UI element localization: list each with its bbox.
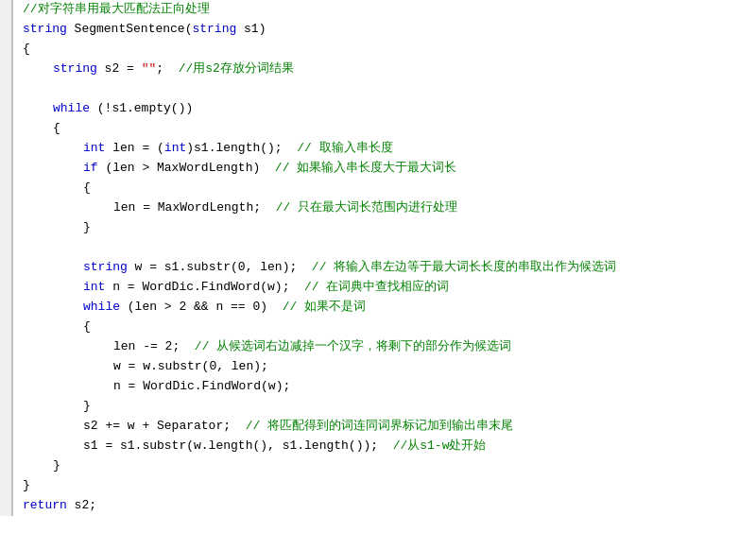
code-line: { bbox=[0, 40, 756, 60]
code-line: if (len > MaxWordLength) // 如果输入串长度大于最大词… bbox=[0, 159, 756, 179]
gutter bbox=[0, 437, 13, 456]
token: (len > MaxWordLength) bbox=[98, 161, 275, 175]
line-content: //对字符串用最大匹配法正向处理 bbox=[19, 0, 756, 19]
line-content: int n = WordDic.FindWord(w); // 在词典中查找相应… bbox=[19, 278, 756, 297]
code-line: w = w.substr(0, len); bbox=[0, 357, 756, 377]
token: "" bbox=[142, 61, 157, 76]
gutter bbox=[0, 318, 13, 337]
token: len = MaxWordLength; bbox=[113, 200, 276, 215]
token: // 如果输入串长度大于最大词长 bbox=[275, 161, 456, 175]
line-content: string s2 = ""; //用s2存放分词结果 bbox=[19, 60, 756, 78]
gutter bbox=[0, 238, 13, 258]
token: // 将输入串左边等于最大词长长度的串取出作为候选词 bbox=[312, 260, 616, 274]
code-line: while (len > 2 && n == 0) // 如果不是词 bbox=[0, 298, 756, 318]
token: n = WordDic.FindWord(w); bbox=[105, 280, 304, 294]
token: ; bbox=[156, 61, 178, 76]
line-content: string SegmentSentence(string s1) bbox=[19, 20, 756, 39]
code-editor: //对字符串用最大匹配法正向处理string SegmentSentence(s… bbox=[0, 0, 756, 533]
code-line: //对字符串用最大匹配法正向处理 bbox=[0, 0, 756, 20]
code-line: s1 = s1.substr(w.length(), s1.length());… bbox=[0, 437, 756, 456]
token: { bbox=[83, 181, 91, 195]
token: { bbox=[83, 319, 91, 334]
code-line: string SegmentSentence(string s1) bbox=[0, 20, 756, 40]
token: string bbox=[83, 260, 128, 274]
gutter bbox=[0, 357, 13, 377]
code-line: } bbox=[0, 476, 756, 496]
token: } bbox=[53, 458, 60, 473]
line-content: w = w.substr(0, len); bbox=[19, 357, 756, 376]
line-content: { bbox=[19, 40, 756, 59]
line-content: s1 = s1.substr(w.length(), s1.length());… bbox=[19, 437, 756, 456]
token: } bbox=[23, 478, 30, 492]
gutter bbox=[0, 397, 13, 417]
token: )s1.length(); bbox=[186, 141, 297, 155]
code-line: string w = s1.substr(0, len); // 将输入串左边等… bbox=[0, 258, 756, 278]
token: SegmentSentence( bbox=[67, 22, 193, 36]
line-content: n = WordDic.FindWord(w); bbox=[19, 377, 756, 396]
gutter bbox=[0, 496, 13, 516]
token: len = ( bbox=[105, 141, 163, 155]
token: (!s1.empty()) bbox=[90, 101, 193, 115]
token: // 如果不是词 bbox=[283, 300, 366, 314]
code-line: return s2; bbox=[0, 496, 756, 516]
token: s2 = bbox=[97, 61, 142, 76]
gutter bbox=[0, 278, 13, 298]
line-content: while (len > 2 && n == 0) // 如果不是词 bbox=[19, 298, 756, 317]
line-content: len -= 2; // 从候选词右边减掉一个汉字，将剩下的部分作为候选词 bbox=[19, 337, 756, 356]
line-content: s2 += w + Separator; // 将匹配得到的词连同词界标记加到输… bbox=[19, 417, 756, 436]
gutter bbox=[0, 377, 13, 397]
line-content: } bbox=[19, 218, 756, 237]
line-content: { bbox=[19, 318, 756, 336]
token: string bbox=[53, 61, 97, 76]
gutter bbox=[0, 179, 13, 198]
code-line: string s2 = ""; //用s2存放分词结果 bbox=[0, 60, 756, 79]
code-line: int n = WordDic.FindWord(w); // 在词典中查找相应… bbox=[0, 278, 756, 298]
gutter bbox=[0, 298, 13, 318]
token: while bbox=[83, 300, 120, 314]
code-line: n = WordDic.FindWord(w); bbox=[0, 377, 756, 397]
line-content: } bbox=[19, 456, 756, 475]
line-content: int len = (int)s1.length(); // 取输入串长度 bbox=[19, 139, 756, 158]
code-line: } bbox=[0, 456, 756, 476]
code-line: { bbox=[0, 318, 756, 337]
gutter bbox=[0, 476, 13, 496]
line-content: while (!s1.empty()) bbox=[19, 99, 756, 118]
token: s1 = s1.substr(w.length(), s1.length()); bbox=[83, 438, 393, 453]
gutter bbox=[0, 99, 13, 119]
code-line: { bbox=[0, 119, 756, 139]
line-content: { bbox=[19, 179, 756, 198]
token: while bbox=[53, 101, 90, 115]
gutter bbox=[0, 119, 13, 139]
code-line bbox=[0, 79, 756, 99]
gutter bbox=[0, 0, 13, 20]
code-line: while (!s1.empty()) bbox=[0, 99, 756, 119]
token: s2 += w + Separator; bbox=[83, 419, 246, 433]
token: return bbox=[23, 498, 67, 512]
gutter bbox=[0, 456, 13, 476]
code-line: } bbox=[0, 218, 756, 238]
code-line: len = MaxWordLength; // 只在最大词长范围内进行处理 bbox=[0, 198, 756, 218]
code-line: s2 += w + Separator; // 将匹配得到的词连同词界标记加到输… bbox=[0, 417, 756, 437]
token: // 将匹配得到的词连同词界标记加到输出串末尾 bbox=[246, 419, 513, 433]
code-line: len -= 2; // 从候选词右边减掉一个汉字，将剩下的部分作为候选词 bbox=[0, 337, 756, 357]
gutter bbox=[0, 337, 13, 357]
gutter bbox=[0, 20, 13, 40]
code-line bbox=[0, 238, 756, 258]
token: len -= 2; bbox=[113, 339, 195, 353]
token: //从s1-w处开始 bbox=[393, 438, 487, 453]
code-line: int len = (int)s1.length(); // 取输入串长度 bbox=[0, 139, 756, 159]
token: } bbox=[83, 399, 91, 413]
token: w = w.substr(0, len); bbox=[113, 359, 268, 373]
token: n = WordDic.FindWord(w); bbox=[113, 379, 290, 393]
line-content: return s2; bbox=[19, 496, 756, 515]
gutter bbox=[0, 218, 13, 238]
gutter bbox=[0, 417, 13, 437]
gutter bbox=[0, 60, 13, 79]
line-content: } bbox=[19, 397, 756, 416]
code-line: } bbox=[0, 397, 756, 417]
line-content: { bbox=[19, 119, 756, 138]
token: //对字符串用最大匹配法正向处理 bbox=[23, 2, 210, 16]
token: } bbox=[83, 220, 91, 234]
token: if bbox=[83, 161, 98, 175]
line-content: } bbox=[19, 476, 756, 495]
